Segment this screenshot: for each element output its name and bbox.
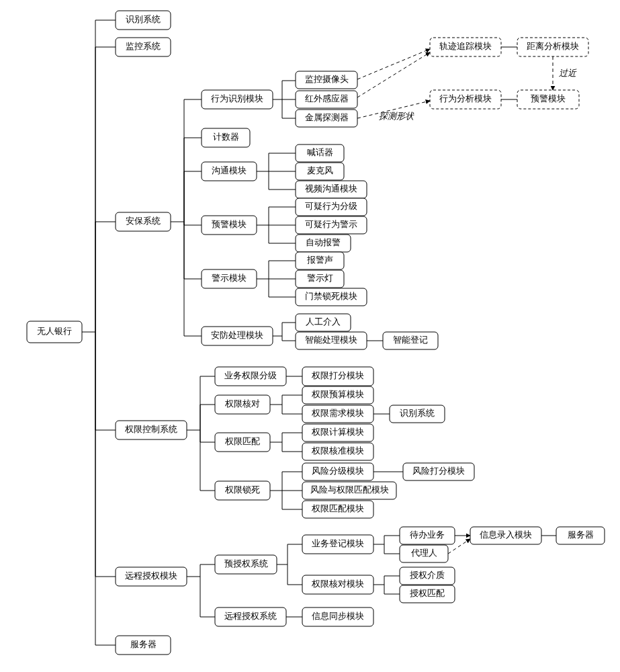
l1-shibie: 识别系统 (116, 11, 171, 30)
svg-text:报警声: 报警声 (306, 255, 333, 265)
l1-anbao: 安保系统 (116, 212, 171, 231)
svg-text:门禁锁死模块: 门禁锁死模块 (305, 291, 357, 301)
trk: 轨迹追踪模块 (430, 38, 501, 56)
svg-text:权限核对: 权限核对 (224, 398, 260, 409)
svg-text:距离分析模块: 距离分析模块 (527, 41, 579, 51)
sec-yujing: 预警模块 (202, 216, 257, 235)
svg-text:授权介质: 授权介质 (410, 570, 445, 580)
svg-text:视频沟通模块: 视频沟通模块 (305, 183, 357, 194)
svg-text:远程授权系统: 远程授权系统 (224, 611, 277, 621)
svg-text:信息同步模块: 信息同步模块 (312, 611, 364, 621)
preR: 预警模块 (517, 90, 579, 109)
svg-text:远程授权模块: 远程授权模块 (125, 571, 177, 581)
svg-text:沟通模块: 沟通模块 (212, 165, 247, 175)
svg-text:业务登记模块: 业务登记模块 (312, 538, 364, 548)
svg-text:预警模块: 预警模块 (531, 93, 566, 103)
dist: 距离分析模块 (517, 38, 588, 56)
sec-goutong: 沟通模块 (202, 162, 257, 181)
svg-text:待办业务: 待办业务 (410, 530, 445, 540)
svg-text:权限预算模块: 权限预算模块 (311, 389, 364, 399)
svg-text:权限打分模块: 权限打分模块 (311, 370, 364, 380)
svg-text:轨迹追踪模块: 轨迹追踪模块 (439, 41, 492, 51)
behA: 行为分析模块 (430, 90, 501, 109)
svg-text:计数器: 计数器 (213, 132, 239, 142)
root-label: 无人银行 (37, 326, 72, 336)
svg-text:权限匹配: 权限匹配 (224, 436, 260, 446)
svg-text:智能登记: 智能登记 (393, 335, 428, 345)
svg-text:可疑行为警示: 可疑行为警示 (305, 219, 357, 229)
beh-ir: 红外感应器 (305, 93, 349, 103)
svg-text:服务器: 服务器 (130, 639, 157, 649)
sec-xingwei: 行为识别模块 (202, 90, 273, 109)
svg-text:代理人: 代理人 (410, 548, 437, 558)
l1-quanxian: 权限控制系统 (116, 421, 187, 439)
svg-text:权限锁死: 权限锁死 (224, 485, 260, 495)
sec-anfang: 安防处理模块 (202, 327, 273, 345)
svg-text:权限控制系统: 权限控制系统 (124, 424, 177, 434)
svg-text:权限核对模块: 权限核对模块 (311, 579, 364, 589)
svg-text:权限计算模块: 权限计算模块 (311, 427, 364, 437)
svg-text:喊话器: 喊话器 (307, 147, 333, 157)
svg-text:风险打分模块: 风险打分模块 (412, 466, 465, 476)
beh-cam: 监控摄像头 (305, 74, 349, 84)
svg-text:权限匹配模块: 权限匹配模块 (311, 503, 364, 513)
svg-text:授权匹配: 授权匹配 (410, 588, 445, 598)
svg-text:服务器: 服务器 (568, 530, 594, 540)
svg-text:识别系统: 识别系统 (126, 14, 161, 24)
svg-text:风险与权限匹配模块: 风险与权限匹配模块 (310, 485, 389, 495)
svg-text:麦克风: 麦克风 (307, 165, 333, 175)
svg-text:权限需求模块: 权限需求模块 (311, 408, 364, 418)
l1-fuwuqi: 服务器 (116, 636, 171, 655)
svg-text:权限核准模块: 权限核准模块 (311, 446, 364, 456)
svg-text:风险分级模块: 风险分级模块 (312, 466, 364, 476)
svg-text:识别系统: 识别系统 (400, 408, 435, 418)
edge-near: 过近 (559, 68, 577, 78)
svg-text:信息录入模块: 信息录入模块 (480, 530, 532, 540)
svg-text:业务权限分级: 业务权限分级 (224, 370, 277, 380)
sec-jishuqi: 计数器 (202, 128, 250, 147)
svg-text:智能处理模块: 智能处理模块 (305, 335, 357, 345)
svg-text:警示灯: 警示灯 (307, 273, 333, 283)
svg-text:预警模块: 预警模块 (212, 219, 247, 229)
edge-shape: 探测形状 (379, 111, 414, 121)
svg-text:预授权系统: 预授权系统 (224, 558, 268, 569)
beh-met: 金属探测器 (305, 112, 349, 122)
svg-text:安保系统: 安保系统 (126, 216, 161, 226)
svg-text:行为识别模块: 行为识别模块 (211, 93, 263, 103)
svg-text:行为分析模块: 行为分析模块 (439, 93, 492, 103)
svg-text:警示模块: 警示模块 (212, 273, 247, 283)
l1-jiankong: 监控系统 (116, 38, 171, 56)
svg-text:可疑行为分级: 可疑行为分级 (305, 201, 357, 211)
root-node: 无人银行 (27, 321, 82, 343)
svg-text:安防处理模块: 安防处理模块 (211, 330, 263, 340)
l1-yuancheng: 远程授权模块 (116, 567, 187, 586)
svg-text:自动报警: 自动报警 (306, 237, 341, 247)
svg-text:人工介入: 人工介入 (306, 317, 341, 327)
sec-jingshi: 警示模块 (202, 269, 257, 288)
svg-text:监控系统: 监控系统 (126, 41, 161, 51)
